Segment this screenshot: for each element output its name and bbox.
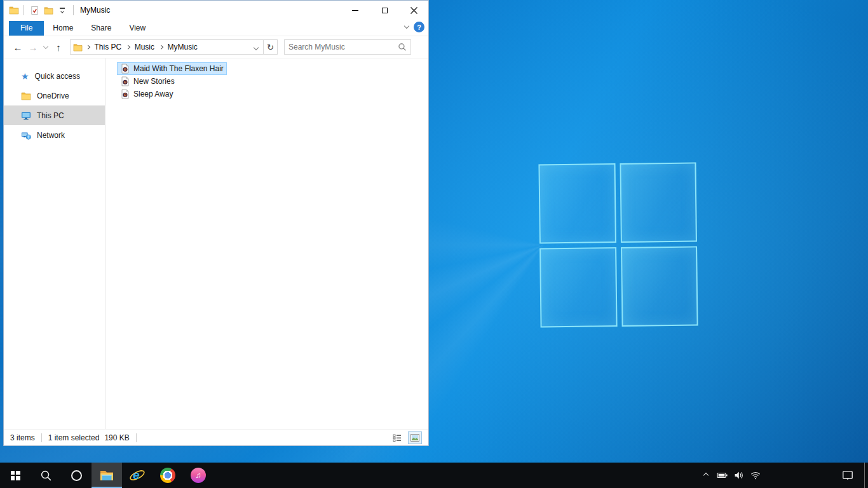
search-input[interactable] (288, 43, 398, 51)
file-explorer-window: MyMusic File Home Share View ? ← → ↑ Thi… (3, 0, 429, 446)
breadcrumb-this-pc[interactable]: This PC (93, 43, 123, 51)
sidebar-item-quick-access[interactable]: ★ Quick access (4, 66, 105, 86)
sidebar-item-label: Quick access (35, 72, 80, 81)
breadcrumb-mymusic[interactable]: MyMusic (166, 43, 199, 51)
this-pc-icon (21, 111, 31, 121)
file-list-pane[interactable]: Maid With The Flaxen Hair New Stories Sl… (105, 58, 428, 429)
address-folder-icon (73, 43, 83, 52)
breadcrumb-separator-icon[interactable] (159, 45, 163, 49)
system-tray (698, 463, 868, 488)
audio-file-icon (120, 76, 130, 86)
minimize-icon (352, 10, 358, 11)
network-icon (21, 130, 31, 140)
close-button[interactable] (399, 1, 428, 20)
sidebar-item-label: Network (37, 131, 65, 140)
battery-status[interactable] (714, 463, 731, 488)
title-bar[interactable]: MyMusic (4, 1, 428, 20)
address-dropdown-icon[interactable] (254, 43, 261, 51)
large-icons-view-icon (410, 433, 420, 443)
sidebar-item-this-pc[interactable]: This PC (4, 105, 105, 125)
sidebar-item-network[interactable]: Network (4, 125, 105, 145)
recent-locations-button[interactable] (41, 39, 51, 55)
taskbar-search-button[interactable] (31, 463, 61, 488)
file-item-selected[interactable]: Maid With The Flaxen Hair (117, 62, 227, 75)
status-bar: 3 items 1 item selected 190 KB (4, 429, 428, 445)
minimize-button[interactable] (341, 1, 370, 20)
network-status[interactable] (747, 463, 764, 488)
breadcrumb-separator-icon[interactable] (126, 45, 130, 49)
selection-count: 1 item selected (48, 433, 100, 442)
ribbon-tabs: File Home Share View ? (4, 20, 428, 36)
speaker-icon (734, 470, 744, 480)
details-view-button[interactable] (390, 431, 404, 444)
music-note-glyph: ♫ (196, 471, 201, 480)
window-folder-icon (9, 5, 19, 15)
properties-icon (30, 6, 39, 15)
search-icon (398, 43, 407, 51)
audio-file-icon (120, 64, 130, 74)
qat-new-folder-button[interactable] (41, 3, 55, 17)
search-box[interactable] (284, 39, 411, 55)
up-button[interactable]: ↑ (51, 39, 66, 55)
divider (73, 5, 74, 15)
taskbar-internet-explorer-button[interactable]: e (122, 463, 153, 488)
taskbar: e ♫ (0, 463, 868, 488)
onedrive-icon (21, 91, 31, 101)
file-name: Sleep Away (133, 90, 173, 98)
close-icon (410, 7, 417, 14)
maximize-button[interactable] (370, 1, 399, 20)
show-hidden-icons-button[interactable] (698, 463, 714, 488)
tab-view[interactable]: View (120, 21, 154, 36)
window-title: MyMusic (80, 6, 110, 15)
tab-share[interactable]: Share (82, 21, 120, 36)
logo-pane (621, 246, 698, 326)
taskbar-itunes-button[interactable]: ♫ (183, 463, 214, 488)
wifi-icon (750, 470, 761, 480)
file-explorer-icon (99, 468, 114, 483)
forward-button[interactable]: → (25, 39, 41, 55)
item-count: 3 items (10, 433, 35, 442)
customize-toolbar-icon (57, 8, 67, 13)
cortana-icon (71, 470, 82, 481)
help-button[interactable]: ? (414, 22, 424, 32)
tab-home[interactable]: Home (44, 21, 82, 36)
file-item[interactable]: New Stories (117, 75, 178, 88)
action-center-button[interactable] (835, 463, 860, 488)
tab-file[interactable]: File (9, 21, 44, 36)
start-button[interactable] (0, 463, 31, 488)
logo-pane (538, 163, 616, 243)
audio-file-icon (120, 89, 130, 99)
refresh-button[interactable]: ↻ (264, 39, 278, 55)
chevron-up-icon (703, 473, 709, 478)
details-view-icon (392, 433, 402, 443)
sidebar-item-label: OneDrive (37, 92, 69, 100)
maximize-icon (382, 8, 388, 13)
action-center-icon (842, 470, 853, 481)
new-folder-icon (44, 6, 53, 15)
caption-buttons (341, 1, 428, 20)
back-button[interactable]: ← (10, 39, 25, 55)
logo-pane (539, 247, 617, 327)
show-desktop-button[interactable] (864, 463, 868, 488)
cortana-button[interactable] (61, 463, 92, 488)
file-name: Maid With The Flaxen Hair (133, 64, 224, 73)
file-name: New Stories (133, 77, 175, 86)
volume-status[interactable] (731, 463, 747, 488)
qat-customize-button[interactable] (55, 3, 69, 17)
navigation-bar: ← → ↑ This PC Music MyMusic ↻ (4, 36, 428, 58)
taskbar-chrome-button[interactable] (153, 463, 183, 488)
taskbar-file-explorer-button[interactable] (92, 463, 122, 488)
large-icons-view-button[interactable] (408, 431, 422, 444)
battery-icon (717, 470, 728, 480)
address-bar[interactable]: This PC Music MyMusic (70, 39, 264, 55)
qat-properties-button[interactable] (27, 3, 41, 17)
file-item[interactable]: Sleep Away (117, 88, 177, 100)
itunes-icon: ♫ (191, 468, 206, 483)
quick-access-icon: ★ (21, 71, 29, 81)
selection-size: 190 KB (104, 433, 129, 442)
breadcrumb-music[interactable]: Music (133, 43, 156, 51)
sidebar-item-onedrive[interactable]: OneDrive (4, 86, 105, 105)
expand-ribbon-icon[interactable] (404, 24, 409, 29)
logo-pane (620, 162, 697, 242)
ie-letter: e (133, 468, 140, 482)
